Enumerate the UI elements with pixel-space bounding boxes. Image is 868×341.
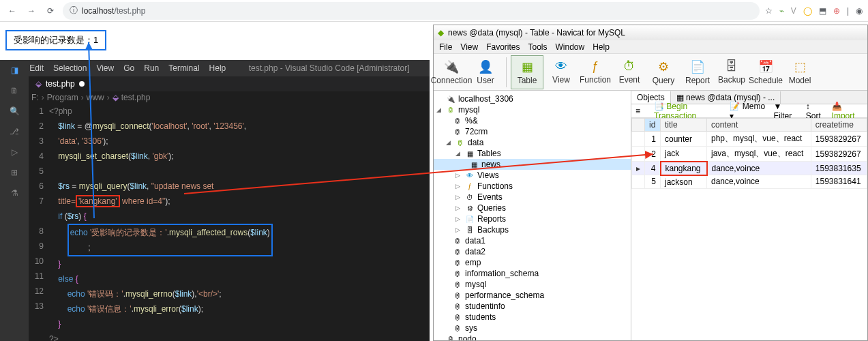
highlight-echo-line: echo '受影响的记录数是：'.mysqli_affected_rows($l… xyxy=(68,224,273,256)
scm-icon[interactable]: ⎇ xyxy=(10,127,19,136)
forward-button[interactable]: → xyxy=(25,4,38,18)
menu-run[interactable]: Run xyxy=(144,63,159,73)
line-gutter: 12345678910111213 xyxy=(29,104,49,341)
menu-terminal[interactable]: Terminal xyxy=(168,63,199,73)
php-icon: ⬙ xyxy=(35,79,42,89)
col-content: content xyxy=(707,119,811,132)
table-row: 2jackjava、mysql、vue、react1593829267 xyxy=(632,147,867,162)
activity-bar: ◨ 🗎 🔍 ⎇ ▷ ⊞ ⚗ xyxy=(0,60,29,341)
tool-event[interactable]: ⏱Event xyxy=(613,55,646,89)
nmenu-favorites[interactable]: Favorites xyxy=(486,42,520,52)
vscode-title: test.php - Visual Studio Code [Administr… xyxy=(235,63,423,73)
tool-view[interactable]: 👁View xyxy=(545,55,578,89)
ext3-icon[interactable]: ◯ xyxy=(803,6,812,16)
back-button[interactable]: ← xyxy=(5,4,19,18)
tool-backup[interactable]: 🗄Backup xyxy=(715,55,748,89)
tool-function[interactable]: ƒFunction xyxy=(579,55,612,89)
reload-button[interactable]: ⟳ xyxy=(44,4,57,18)
navicat-menubar: File View Favorites Tools Window Help xyxy=(434,40,867,54)
vscode-logo-icon: ◨ xyxy=(11,65,18,75)
editor-tabs: ⬙ test.php xyxy=(0,76,430,91)
nmenu-help[interactable]: Help xyxy=(593,42,610,52)
ext1-icon[interactable]: ⌁ xyxy=(779,6,784,16)
tool-table[interactable]: ▦Table xyxy=(511,55,543,89)
tab-label: test.php xyxy=(46,79,75,89)
code-content[interactable]: <?php $link = @mysqli_connect('localhost… xyxy=(49,104,430,341)
col-createtime: createtime xyxy=(811,119,867,132)
highlight-kangkang: 'kangkang' xyxy=(76,195,120,207)
ext5-icon[interactable]: ⊕ xyxy=(833,6,840,16)
address-bar[interactable]: ⓘ localhost/test.php xyxy=(63,2,760,20)
ext4-icon[interactable]: ⬒ xyxy=(819,6,826,16)
connection-tree[interactable]: 🔌localhost_3306 ◢🛢mysql 🛢%& 🛢72crm ◢🛢dat… xyxy=(434,91,631,340)
extensions-icon[interactable]: ⊞ xyxy=(11,168,18,177)
test-icon[interactable]: ⚗ xyxy=(11,188,18,198)
breadcrumb[interactable]: F:› Program› www› ⬙ test.php xyxy=(0,91,430,104)
nmenu-window[interactable]: Window xyxy=(556,42,585,52)
modified-dot-icon xyxy=(79,81,85,87)
result-output: 受影响的记录数是：1 xyxy=(5,30,106,50)
col-id: id xyxy=(645,119,661,132)
code-editor[interactable]: 12345678910111213 <?php $link = @mysqli_… xyxy=(29,104,430,341)
browser-toolbar: ← → ⟳ ⓘ localhost/test.php ☆ ⌁ V ◯ ⬒ ⊕ |… xyxy=(0,0,868,22)
vscode-window: ◨ 🗎 🔍 ⎇ ▷ ⊞ ⚗ File Edit Selection View G… xyxy=(0,60,430,341)
hamburger-icon[interactable]: ≡ xyxy=(635,106,640,116)
nmenu-file[interactable]: File xyxy=(439,42,452,52)
tool-report[interactable]: 📄Report xyxy=(681,55,714,89)
menu-selection[interactable]: Selection xyxy=(53,63,87,73)
tree-news-table: ▦news xyxy=(434,159,631,170)
data-panel: Objects ▦ news @data (mysql) - ... ≡ 📑 B… xyxy=(631,91,867,340)
menu-help[interactable]: Help xyxy=(209,63,226,73)
menu-edit[interactable]: Edit xyxy=(29,63,44,73)
vscode-titlebar: File Edit Selection View Go Run Terminal… xyxy=(0,60,430,76)
url-host: localhost xyxy=(82,6,114,16)
browser-actions: ☆ ⌁ V ◯ ⬒ ⊕ | ◉ xyxy=(765,6,863,16)
star-icon[interactable]: ☆ xyxy=(765,6,773,16)
tool-user[interactable]: 👤User xyxy=(469,55,502,89)
nmenu-view[interactable]: View xyxy=(460,42,478,52)
navicat-toolbar: 🔌Connection 👤User ▦Table 👁View ƒFunction… xyxy=(434,54,867,91)
menu-go[interactable]: Go xyxy=(123,63,134,73)
col-title: title xyxy=(661,119,707,132)
tab-testphp[interactable]: ⬙ test.php xyxy=(29,76,91,91)
ext2-icon[interactable]: V xyxy=(791,6,796,16)
debug-icon[interactable]: ▷ xyxy=(12,147,18,157)
navicat-title: news @data (mysql) - Table - Navicat for… xyxy=(448,28,625,38)
divider: | xyxy=(847,6,849,16)
url-path: /test.php xyxy=(114,6,145,16)
navicat-window: ◆ news @data (mysql) - Table - Navicat f… xyxy=(433,25,868,341)
data-grid[interactable]: idtitlecontentcreatetime 1counterphp、mys… xyxy=(631,118,867,340)
table-row: 1counterphp、mysql、vue、react1593829267 xyxy=(632,132,867,147)
tool-query[interactable]: ⚙Query xyxy=(647,55,680,89)
tool-model[interactable]: ⬚Model xyxy=(783,55,816,89)
profile-icon[interactable]: ◉ xyxy=(856,6,863,16)
navicat-logo-icon: ◆ xyxy=(438,28,444,38)
menu-view[interactable]: View xyxy=(96,63,114,73)
table-row: ▸4kangkangdance,voince1593831635 xyxy=(632,162,867,175)
explorer-icon[interactable]: 🗎 xyxy=(10,86,18,95)
grid-toolbar: ≡ 📑 Begin Transaction 📝 Memo ▾ ▼ Filter … xyxy=(631,104,867,118)
tool-connection[interactable]: 🔌Connection xyxy=(435,55,468,89)
tool-schedule[interactable]: 📅Schedule xyxy=(749,55,782,89)
cell-kangkang: kangkang xyxy=(661,162,707,175)
info-icon: ⓘ xyxy=(70,5,78,16)
search-icon[interactable]: 🔍 xyxy=(10,106,20,116)
table-row: 5jacksondance,voince1593831641 xyxy=(632,175,867,189)
navicat-titlebar: ◆ news @data (mysql) - Table - Navicat f… xyxy=(434,25,867,40)
nmenu-tools[interactable]: Tools xyxy=(528,42,548,52)
